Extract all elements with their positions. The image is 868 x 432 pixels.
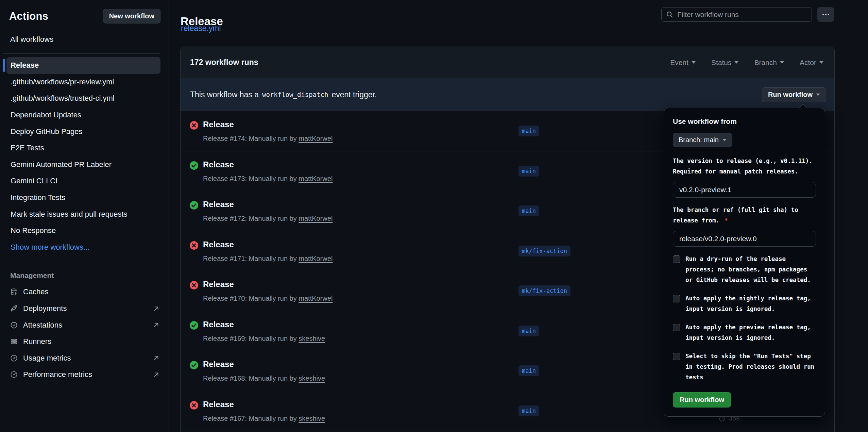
run-description: Release #173: Manually run by mattKorwel: [203, 175, 333, 183]
sidebar-item-workflow[interactable]: .github/workflows/pr-review.yml: [6, 74, 160, 90]
chevron-down-icon: [780, 61, 784, 64]
workflow-label: Integration Tests: [11, 193, 65, 202]
runs-filter-dropdown[interactable]: Status: [711, 59, 739, 67]
actor-link[interactable]: mattKorwel: [299, 135, 333, 142]
checkbox-row: Auto apply the nightly release tag, inpu…: [673, 293, 816, 314]
run-title-link[interactable]: Release: [203, 360, 234, 369]
runs-filter-dropdown[interactable]: Event: [670, 59, 696, 67]
management-item-label: Runners: [23, 337, 51, 346]
run-title-link[interactable]: Release: [203, 400, 234, 409]
checkbox[interactable]: [673, 255, 680, 263]
branch-select-button[interactable]: Branch: main: [673, 133, 732, 147]
new-workflow-button[interactable]: New workflow: [103, 9, 160, 23]
sidebar-item-workflow[interactable]: No Response: [6, 222, 160, 239]
sidebar-item-workflow[interactable]: Deploy GitHub Pages: [6, 123, 160, 140]
checkbox-label[interactable]: Auto apply the nightly release tag, inpu…: [685, 293, 816, 314]
show-more-workflows-link[interactable]: Show more workflows...: [6, 239, 169, 256]
sidebar-item-workflow[interactable]: E2E Tests: [6, 140, 160, 156]
actor-link[interactable]: skeshive: [299, 415, 325, 422]
workflow-options-kebab-button[interactable]: [817, 7, 834, 22]
run-description: Release #171: Manually run by mattKorwel: [203, 255, 333, 263]
actor-link[interactable]: mattKorwel: [299, 255, 333, 262]
branch-badge[interactable]: main: [518, 205, 539, 216]
x-circle-icon: [189, 241, 199, 250]
checkbox[interactable]: [673, 324, 680, 331]
branch-badge[interactable]: main: [518, 326, 539, 336]
run-description: Release #169: Manually run by skeshive: [203, 335, 325, 343]
sidebar-item-workflow[interactable]: Release: [6, 57, 160, 74]
filter-workflow-runs-box: [661, 7, 812, 22]
management-item-label: Attestations: [23, 321, 62, 330]
run-title-link[interactable]: Release: [203, 280, 234, 289]
checkbox-label[interactable]: Auto apply the preview release tag, inpu…: [685, 322, 816, 343]
run-description: Release #168: Manually run by skeshive: [203, 375, 325, 382]
sidebar-item-management[interactable]: Usage metrics: [0, 350, 169, 367]
run-description: Release #172: Manually run by mattKorwel: [203, 215, 333, 222]
search-icon: [666, 11, 673, 18]
sidebar-item-management[interactable]: Caches: [0, 284, 169, 300]
popover-title: Use workflow from: [673, 117, 816, 126]
branch-badge[interactable]: main: [518, 405, 539, 416]
check-circle-icon: [189, 321, 199, 330]
chevron-down-icon: [734, 61, 738, 64]
management-item-label: Caches: [23, 287, 49, 296]
sidebar-item-workflow[interactable]: Integration Tests: [6, 189, 160, 206]
meter-icon: [10, 354, 18, 362]
management-list: Caches Deployments Attestations Runners: [0, 284, 169, 383]
filter-label: Actor: [800, 59, 816, 67]
checkbox-label[interactable]: Select to skip the "Run Tests" step in t…: [685, 351, 816, 383]
branch-badge[interactable]: main: [518, 126, 539, 136]
run-title-link[interactable]: Release: [203, 160, 234, 169]
checkbox[interactable]: [673, 353, 680, 360]
run-description: Release #174: Manually run by mattKorwel: [203, 135, 333, 143]
sidebar-item-workflow[interactable]: .github/workflows/trusted-ci.yml: [6, 90, 160, 107]
management-item-label: Deployments: [23, 304, 67, 313]
filter-workflow-runs-input[interactable]: [677, 10, 807, 19]
divider: [3, 53, 160, 54]
sidebar-item-all-workflows[interactable]: All workflows: [10, 35, 160, 44]
run-description: Release #167: Manually run by skeshive: [203, 415, 325, 422]
sidebar-item-management[interactable]: Deployments: [0, 300, 169, 317]
banner-code: workflow_dispatch: [262, 91, 328, 98]
sidebar-item-management[interactable]: Runners: [0, 333, 169, 350]
checkbox[interactable]: [673, 295, 680, 302]
actor-link[interactable]: mattKorwel: [299, 175, 333, 182]
sidebar-item-workflow[interactable]: Dependabot Updates: [6, 107, 160, 123]
runs-filter-dropdown[interactable]: Actor: [800, 59, 823, 67]
run-workflow-dropdown-button[interactable]: Run workflow: [762, 87, 826, 102]
sidebar-item-workflow[interactable]: Mark stale issues and pull requests: [6, 206, 160, 222]
workflow-label: .github/workflows/trusted-ci.yml: [11, 94, 115, 103]
ref-input[interactable]: [673, 231, 816, 247]
external-link-icon: [153, 371, 160, 378]
workflow-file-link[interactable]: release.yml: [181, 24, 221, 33]
runs-filter-dropdown[interactable]: Branch: [754, 59, 784, 67]
run-title-link[interactable]: Release: [203, 320, 234, 329]
checkbox-label[interactable]: Run a dry-run of the release process; no…: [685, 254, 816, 285]
workflow-label: Dependabot Updates: [11, 111, 81, 119]
run-workflow-submit-button[interactable]: Run workflow: [673, 392, 731, 408]
filter-label: Status: [711, 59, 732, 67]
version-input[interactable]: [673, 182, 816, 198]
external-link-icon: [153, 354, 160, 362]
actor-link[interactable]: skeshive: [299, 335, 325, 342]
branch-badge[interactable]: main: [518, 365, 539, 376]
workflow-dispatch-banner: This workflow has a workflow_dispatch ev…: [181, 78, 834, 111]
branch-badge[interactable]: main: [518, 166, 539, 177]
sidebar-item-workflow[interactable]: Gemini Automated PR Labeler: [6, 156, 160, 173]
actor-link[interactable]: mattKorwel: [299, 295, 333, 302]
branch-badge[interactable]: mk/fix-action: [518, 246, 571, 256]
run-title-link[interactable]: Release: [203, 120, 234, 129]
run-title-link[interactable]: Release: [203, 200, 234, 209]
sidebar-item-management[interactable]: Performance metrics: [0, 366, 169, 383]
sidebar-item-management[interactable]: Attestations: [0, 317, 169, 333]
workflow-label: Gemini Automated PR Labeler: [11, 160, 112, 169]
check-circle-icon: [189, 361, 199, 370]
rocket-icon: [10, 305, 18, 312]
actor-link[interactable]: skeshive: [299, 375, 325, 382]
sidebar-item-workflow[interactable]: Gemini CLI CI: [6, 173, 160, 189]
actions-sidebar: Actions New workflow All workflows Relea…: [0, 0, 169, 432]
run-title-link[interactable]: Release: [203, 240, 234, 249]
branch-badge[interactable]: mk/fix-action: [518, 285, 571, 296]
management-section-header: Management: [10, 271, 160, 280]
actor-link[interactable]: mattKorwel: [299, 215, 333, 222]
